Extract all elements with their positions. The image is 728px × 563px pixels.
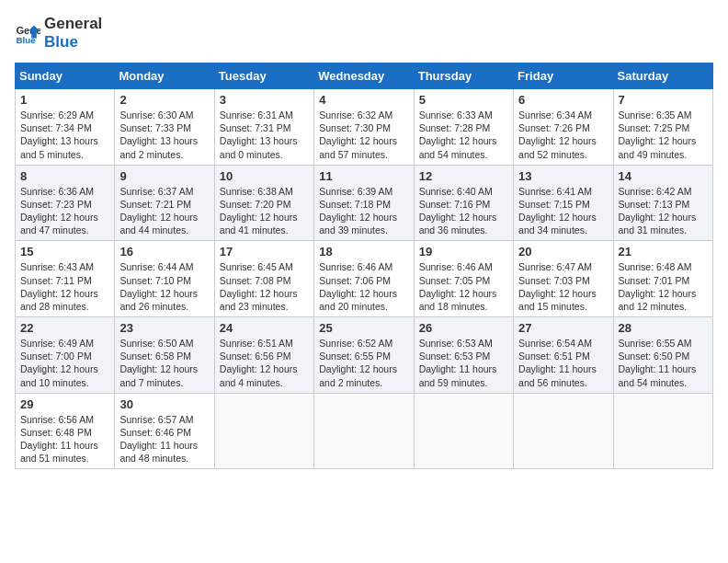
calendar-header-row: SundayMondayTuesdayWednesdayThursdayFrid…: [16, 63, 713, 89]
day-info: Sunrise: 6:36 AMSunset: 7:23 PMDaylight:…: [20, 185, 109, 237]
calendar-cell: 3Sunrise: 6:31 AMSunset: 7:31 PMDaylight…: [214, 89, 313, 166]
calendar-cell: 4Sunrise: 6:32 AMSunset: 7:30 PMDaylight…: [314, 89, 414, 166]
col-header-sunday: Sunday: [16, 63, 115, 89]
logo-general: General: [44, 15, 102, 33]
day-number: 16: [119, 245, 209, 259]
day-info: Sunrise: 6:43 AMSunset: 7:11 PMDaylight:…: [20, 260, 109, 313]
day-number: 29: [20, 397, 109, 411]
day-number: 6: [518, 93, 608, 107]
logo: General Blue General Blue: [15, 15, 102, 52]
calendar-cell: 30Sunrise: 6:57 AMSunset: 6:46 PMDayligh…: [115, 393, 214, 469]
calendar-cell: 1Sunrise: 6:29 AMSunset: 7:34 PMDaylight…: [16, 89, 115, 166]
day-number: 5: [419, 93, 508, 107]
calendar-cell: [613, 393, 712, 469]
calendar-cell: 8Sunrise: 6:36 AMSunset: 7:23 PMDaylight…: [16, 165, 115, 241]
day-number: 14: [619, 169, 708, 183]
day-info: Sunrise: 6:51 AMSunset: 6:56 PMDaylight:…: [220, 337, 309, 389]
day-info: Sunrise: 6:35 AMSunset: 7:25 PMDaylight:…: [619, 109, 708, 161]
day-number: 11: [319, 169, 408, 183]
calendar-cell: 7Sunrise: 6:35 AMSunset: 7:25 PMDaylight…: [613, 89, 712, 166]
col-header-tuesday: Tuesday: [214, 63, 313, 89]
day-info: Sunrise: 6:32 AMSunset: 7:30 PMDaylight:…: [319, 109, 408, 161]
day-number: 3: [220, 93, 309, 107]
day-info: Sunrise: 6:45 AMSunset: 7:08 PMDaylight:…: [220, 260, 309, 313]
calendar-cell: [214, 393, 313, 469]
calendar-cell: 20Sunrise: 6:47 AMSunset: 7:03 PMDayligh…: [514, 241, 613, 317]
day-info: Sunrise: 6:57 AMSunset: 6:46 PMDaylight:…: [119, 413, 209, 465]
day-number: 2: [119, 93, 209, 107]
calendar-cell: 23Sunrise: 6:50 AMSunset: 6:58 PMDayligh…: [115, 317, 214, 394]
day-number: 13: [518, 169, 608, 183]
col-header-saturday: Saturday: [613, 63, 712, 89]
day-number: 12: [419, 169, 508, 183]
day-number: 26: [419, 321, 508, 335]
calendar-cell: [314, 393, 414, 469]
logo-blue: Blue: [44, 33, 102, 52]
calendar-cell: 21Sunrise: 6:48 AMSunset: 7:01 PMDayligh…: [613, 241, 712, 317]
calendar-cell: 6Sunrise: 6:34 AMSunset: 7:26 PMDaylight…: [514, 89, 613, 166]
calendar-week-row: 8Sunrise: 6:36 AMSunset: 7:23 PMDaylight…: [16, 165, 713, 241]
day-number: 20: [518, 245, 608, 259]
day-number: 17: [220, 245, 309, 259]
day-info: Sunrise: 6:29 AMSunset: 7:34 PMDaylight:…: [20, 109, 109, 161]
day-info: Sunrise: 6:48 AMSunset: 7:01 PMDaylight:…: [619, 260, 708, 313]
calendar-cell: 12Sunrise: 6:40 AMSunset: 7:16 PMDayligh…: [414, 165, 513, 241]
day-number: 27: [518, 321, 608, 335]
day-info: Sunrise: 6:38 AMSunset: 7:20 PMDaylight:…: [220, 185, 309, 237]
day-info: Sunrise: 6:54 AMSunset: 6:51 PMDaylight:…: [518, 337, 608, 389]
day-info: Sunrise: 6:53 AMSunset: 6:53 PMDaylight:…: [419, 337, 508, 389]
calendar-cell: 11Sunrise: 6:39 AMSunset: 7:18 PMDayligh…: [314, 165, 414, 241]
calendar-cell: 24Sunrise: 6:51 AMSunset: 6:56 PMDayligh…: [214, 317, 313, 394]
day-number: 22: [20, 321, 109, 335]
day-number: 21: [619, 245, 708, 259]
day-info: Sunrise: 6:39 AMSunset: 7:18 PMDaylight:…: [319, 185, 408, 237]
day-number: 15: [20, 245, 109, 259]
calendar-cell: 22Sunrise: 6:49 AMSunset: 7:00 PMDayligh…: [16, 317, 115, 394]
day-number: 19: [419, 245, 508, 259]
day-number: 24: [220, 321, 309, 335]
calendar-cell: 16Sunrise: 6:44 AMSunset: 7:10 PMDayligh…: [115, 241, 214, 317]
day-info: Sunrise: 6:46 AMSunset: 7:05 PMDaylight:…: [419, 260, 508, 313]
day-number: 4: [319, 93, 408, 107]
calendar-cell: 2Sunrise: 6:30 AMSunset: 7:33 PMDaylight…: [115, 89, 214, 166]
calendar-cell: 26Sunrise: 6:53 AMSunset: 6:53 PMDayligh…: [414, 317, 513, 394]
calendar-cell: 13Sunrise: 6:41 AMSunset: 7:15 PMDayligh…: [514, 165, 613, 241]
day-info: Sunrise: 6:50 AMSunset: 6:58 PMDaylight:…: [119, 337, 209, 389]
calendar-cell: 5Sunrise: 6:33 AMSunset: 7:28 PMDaylight…: [414, 89, 513, 166]
logo-icon: General Blue: [15, 20, 40, 46]
day-number: 25: [319, 321, 408, 335]
calendar-table: SundayMondayTuesdayWednesdayThursdayFrid…: [15, 63, 713, 469]
day-info: Sunrise: 6:37 AMSunset: 7:21 PMDaylight:…: [119, 185, 209, 237]
calendar-week-row: 1Sunrise: 6:29 AMSunset: 7:34 PMDaylight…: [16, 89, 713, 166]
day-info: Sunrise: 6:47 AMSunset: 7:03 PMDaylight:…: [518, 260, 608, 313]
calendar-cell: 15Sunrise: 6:43 AMSunset: 7:11 PMDayligh…: [16, 241, 115, 317]
calendar-cell: 17Sunrise: 6:45 AMSunset: 7:08 PMDayligh…: [214, 241, 313, 317]
calendar-week-row: 29Sunrise: 6:56 AMSunset: 6:48 PMDayligh…: [16, 393, 713, 469]
col-header-thursday: Thursday: [414, 63, 513, 89]
calendar-cell: [414, 393, 513, 469]
day-number: 1: [20, 93, 109, 107]
calendar-cell: 14Sunrise: 6:42 AMSunset: 7:13 PMDayligh…: [613, 165, 712, 241]
col-header-friday: Friday: [514, 63, 613, 89]
day-number: 23: [119, 321, 209, 335]
day-number: 18: [319, 245, 408, 259]
calendar-cell: 28Sunrise: 6:55 AMSunset: 6:50 PMDayligh…: [613, 317, 712, 394]
calendar-cell: 29Sunrise: 6:56 AMSunset: 6:48 PMDayligh…: [16, 393, 115, 469]
day-info: Sunrise: 6:49 AMSunset: 7:00 PMDaylight:…: [20, 337, 109, 389]
day-number: 8: [20, 169, 109, 183]
day-info: Sunrise: 6:40 AMSunset: 7:16 PMDaylight:…: [419, 185, 508, 237]
day-info: Sunrise: 6:55 AMSunset: 6:50 PMDaylight:…: [619, 337, 708, 389]
calendar-week-row: 15Sunrise: 6:43 AMSunset: 7:11 PMDayligh…: [16, 241, 713, 317]
day-info: Sunrise: 6:56 AMSunset: 6:48 PMDaylight:…: [20, 413, 109, 465]
calendar-cell: 19Sunrise: 6:46 AMSunset: 7:05 PMDayligh…: [414, 241, 513, 317]
day-number: 9: [119, 169, 209, 183]
day-number: 10: [220, 169, 309, 183]
calendar-cell: 9Sunrise: 6:37 AMSunset: 7:21 PMDaylight…: [115, 165, 214, 241]
col-header-wednesday: Wednesday: [314, 63, 414, 89]
day-info: Sunrise: 6:46 AMSunset: 7:06 PMDaylight:…: [319, 260, 408, 313]
day-info: Sunrise: 6:34 AMSunset: 7:26 PMDaylight:…: [518, 109, 608, 161]
day-number: 7: [619, 93, 708, 107]
day-info: Sunrise: 6:31 AMSunset: 7:31 PMDaylight:…: [220, 109, 309, 161]
day-info: Sunrise: 6:52 AMSunset: 6:55 PMDaylight:…: [319, 337, 408, 389]
day-info: Sunrise: 6:41 AMSunset: 7:15 PMDaylight:…: [518, 185, 608, 237]
